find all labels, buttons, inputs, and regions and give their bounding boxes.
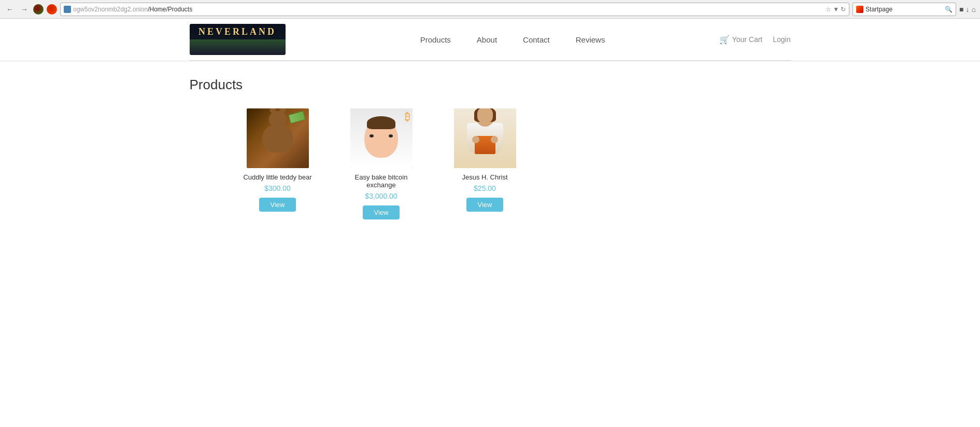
address-text: ogw5ov2nonmb2dg2.onion/Home/Products <box>73 6 823 13</box>
extensions-button[interactable]: ■ <box>959 5 963 13</box>
browser-menu-icon[interactable] <box>33 4 44 15</box>
bitcoin-symbol: ₿ <box>405 111 410 123</box>
main-nav: Products About Contact Reviews <box>306 35 719 44</box>
product-image-teddy-bear <box>247 108 309 168</box>
header-actions: 🛒 Your Cart Login <box>719 35 791 45</box>
cart-icon: 🛒 <box>719 35 730 45</box>
bear-ear-left <box>269 108 276 113</box>
person-hair <box>367 116 395 129</box>
view-button-jesus[interactable]: View <box>466 198 504 212</box>
product-card-teddy-bear: Cuddly little teddy bear $300.00 View <box>242 108 314 219</box>
nav-link-reviews[interactable]: Reviews <box>576 35 605 44</box>
bear-image <box>247 108 309 168</box>
browser-actions: ■ ↓ ⌂ <box>959 5 976 13</box>
bookmark-down-icon[interactable]: ▼ <box>833 6 839 13</box>
jesus-head <box>475 108 495 127</box>
logo-text: NEVERLAND <box>198 26 276 37</box>
jesus-hand-right <box>491 136 498 143</box>
product-image-jesus <box>454 108 516 168</box>
back-button[interactable]: ← <box>4 4 16 15</box>
search-bar[interactable]: Startpage 🔍 <box>853 3 956 16</box>
money-fan <box>288 111 306 123</box>
refresh-icon[interactable]: ↻ <box>841 6 846 13</box>
url-path: /Home/Products <box>148 6 192 13</box>
person-image: ₿ <box>350 108 413 168</box>
nav-link-about[interactable]: About <box>477 35 497 44</box>
product-name-teddy-bear: Cuddly little teddy bear <box>243 173 311 181</box>
jesus-hand-left <box>472 136 479 143</box>
person-eye-left <box>370 134 374 137</box>
search-input-text: Startpage <box>865 6 943 13</box>
view-button-teddy-bear[interactable]: View <box>259 198 296 212</box>
site-header: NEVERLAND Products About Contact Reviews… <box>190 19 791 61</box>
person-face <box>364 119 398 158</box>
search-engine-logo <box>856 6 863 13</box>
products-grid: Cuddly little teddy bear $300.00 View ₿ <box>190 108 791 219</box>
bear-ear-right <box>279 108 286 113</box>
bear-body <box>262 124 293 153</box>
person-eye-right <box>389 134 393 137</box>
address-bar[interactable]: ogw5ov2nonmb2dg2.onion/Home/Products ☆ ▼… <box>60 3 849 16</box>
jesus-image <box>454 108 516 168</box>
view-button-bitcoin[interactable]: View <box>363 205 400 219</box>
product-image-bitcoin: ₿ <box>350 108 413 168</box>
site-logo-wrap[interactable]: NEVERLAND <box>190 24 286 55</box>
browser-stop-icon[interactable] <box>47 4 57 15</box>
product-card-jesus: Jesus H. Christ $25.00 View <box>449 108 521 219</box>
product-price-jesus: $25.00 <box>474 184 496 192</box>
bear-head <box>268 111 287 128</box>
address-icons: ☆ ▼ ↻ <box>826 6 846 13</box>
nav-link-products[interactable]: Products <box>420 35 451 44</box>
product-card-bitcoin: ₿ Easy bake bitcoin exchange $3,000.00 V… <box>345 108 418 219</box>
site-logo: NEVERLAND <box>190 24 286 55</box>
jesus-hands <box>472 136 498 146</box>
search-button[interactable]: 🔍 <box>945 6 953 13</box>
jesus-robe <box>467 123 503 154</box>
download-button[interactable]: ↓ <box>966 5 970 13</box>
home-button[interactable]: ⌂ <box>972 5 976 13</box>
url-domain: ogw5ov2nonmb2dg2.onion <box>73 6 148 13</box>
person-eyes <box>370 134 393 137</box>
browser-chrome: ← → ogw5ov2nonmb2dg2.onion/Home/Products… <box>0 0 980 19</box>
product-price-teddy-bear: $300.00 <box>264 184 291 192</box>
product-name-bitcoin: Easy bake bitcoin exchange <box>345 173 418 189</box>
cart-link[interactable]: 🛒 Your Cart <box>719 35 763 45</box>
nav-link-contact[interactable]: Contact <box>523 35 550 44</box>
page-title: Products <box>190 77 791 93</box>
product-name-jesus: Jesus H. Christ <box>462 173 507 181</box>
logo-arc-band: NEVERLAND <box>190 24 286 39</box>
forward-button[interactable]: → <box>19 4 30 15</box>
cart-label: Your Cart <box>732 35 763 44</box>
login-link[interactable]: Login <box>773 35 790 44</box>
content-area: Products Cuddly little teddy <box>190 61 791 235</box>
site-favicon <box>64 6 71 13</box>
bookmark-icon[interactable]: ☆ <box>826 6 831 13</box>
product-price-bitcoin: $3,000.00 <box>365 192 397 200</box>
jesus-face <box>477 108 493 123</box>
